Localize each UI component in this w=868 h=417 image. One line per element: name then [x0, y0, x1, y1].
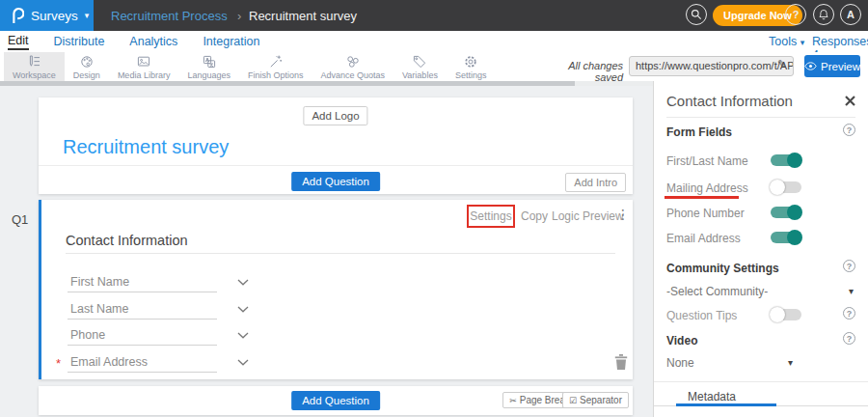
question-mark-icon: ? [793, 9, 800, 20]
help-icon[interactable]: ? [843, 332, 855, 345]
video-heading: Video [666, 334, 697, 348]
chevron-down-icon: ▾ [849, 286, 854, 296]
field-label: Last Name [70, 302, 128, 316]
survey-title[interactable]: Recruitment survey [63, 136, 229, 158]
chevron-down-icon: ▾ [788, 357, 793, 368]
search-button[interactable] [686, 4, 707, 25]
toolbar-item-advance-quotas[interactable]: Advance Quotas [312, 52, 393, 81]
question-card: Settings Copy Logic Preview ⋮ Contact In… [39, 200, 633, 379]
separator-icon: ☑ [569, 396, 577, 405]
chevron-down-icon[interactable] [237, 306, 249, 313]
help-icon[interactable]: ? [843, 260, 855, 272]
divider [66, 253, 615, 254]
toolbar-item-media-library[interactable]: Media Library [109, 52, 179, 81]
tools-menu[interactable]: Tools ▾ [769, 35, 804, 48]
toggle-first-last-name[interactable] [771, 154, 801, 166]
brand-label: Surveys [31, 9, 78, 23]
tab-integration[interactable]: Integration [203, 35, 259, 48]
tab-metadata[interactable]: Metadata [688, 390, 736, 403]
edit-url-icon[interactable]: ✎ [777, 58, 786, 70]
breadcrumb-current: Recruitment survey [249, 9, 357, 23]
trash-icon[interactable] [614, 354, 628, 370]
field-label: Email Address [70, 355, 148, 369]
question-menu-icon[interactable]: ⋮ [616, 207, 630, 222]
toolbar-item-finish-options[interactable]: Finish Options [239, 52, 312, 81]
add-question-button-top[interactable]: Add Question [291, 172, 380, 191]
toggle-phone-number[interactable] [771, 207, 801, 218]
toggle-label-mailing-address: Mailing Address [666, 181, 748, 195]
toolbar-items: Workspace Design Media Library Languages… [4, 52, 495, 81]
toggle-label-phone-number: Phone Number [666, 207, 745, 220]
add-logo-button[interactable]: Add Logo [303, 106, 367, 125]
help-button[interactable]: ? [785, 4, 806, 25]
toolbar-item-languages[interactable]: Languages [178, 52, 239, 81]
workspace-icon [26, 54, 41, 70]
toolbar-item-workspace[interactable]: Workspace [4, 52, 65, 81]
linked-rings-icon [345, 54, 361, 70]
chevron-down-icon[interactable] [237, 359, 249, 366]
field-underline [68, 372, 217, 373]
questionpro-logo-icon [10, 7, 24, 25]
toggle-knob [787, 230, 802, 245]
survey-header-card: Add Logo Recruitment survey Add Question… [39, 97, 633, 194]
notifications-button[interactable] [813, 4, 834, 25]
help-icon[interactable]: ? [843, 307, 855, 320]
breadcrumb-parent[interactable]: Recruitment Process [111, 9, 228, 23]
divider [39, 165, 633, 166]
question-tips-label: Question Tips [666, 309, 737, 322]
toggle-knob [787, 153, 802, 168]
question-number: Q1 [12, 212, 28, 227]
field-label: Phone [70, 328, 105, 342]
preview-button[interactable]: Preview [804, 55, 860, 77]
question-logic-link[interactable]: Logic [552, 209, 580, 223]
avatar-initial: A [847, 9, 854, 20]
question-title[interactable]: Contact Information [66, 233, 188, 248]
palette-icon [79, 54, 95, 70]
toolbar-item-settings[interactable]: Settings [447, 52, 496, 81]
chevron-down-icon: ▾ [800, 38, 805, 47]
bell-icon [817, 8, 830, 21]
translate-icon [202, 54, 217, 70]
field-underline [68, 319, 217, 320]
add-intro-button[interactable]: Add Intro [565, 173, 626, 192]
question-settings-link[interactable]: Settings [470, 209, 511, 223]
chevron-down-icon: ▾ [85, 11, 90, 20]
toolbar-item-variables[interactable]: Variables [393, 52, 447, 81]
mailing-address-annotation-underline [665, 196, 739, 199]
divider [666, 117, 855, 118]
avatar[interactable]: A [840, 4, 861, 25]
tab-distribute[interactable]: Distribute [54, 35, 105, 48]
add-question-button-bottom[interactable]: Add Question [291, 391, 380, 410]
close-icon[interactable] [845, 96, 855, 106]
toggle-email-address[interactable] [771, 232, 801, 243]
video-select[interactable]: None [666, 356, 694, 370]
main-tabs: Edit Distribute Analytics Integration [8, 31, 259, 52]
app-window: Surveys ▾ Recruitment Process › Recruitm… [0, 0, 868, 417]
horizontal-scrollbar-thumb[interactable] [0, 81, 575, 86]
chevron-down-icon[interactable] [237, 332, 249, 339]
magic-wand-icon [268, 54, 284, 70]
help-icon[interactable]: ? [843, 124, 855, 136]
toggle-question-tips[interactable] [771, 309, 801, 320]
toggle-mailing-address[interactable] [771, 181, 801, 193]
tag-icon [412, 54, 427, 70]
search-icon [690, 8, 703, 21]
community-select[interactable]: -Select Community- [666, 285, 768, 298]
tab-edit[interactable]: Edit [8, 34, 29, 50]
tab-analytics[interactable]: Analytics [129, 35, 177, 48]
eye-icon [804, 62, 817, 70]
survey-url-input[interactable]: https://www.questionpro.com/t/APNrFZ [629, 56, 794, 76]
page-break-icon: ✂ [509, 396, 517, 405]
field-label: First Name [70, 275, 129, 289]
toggle-label-email-address: Email Address [666, 232, 741, 245]
question-copy-link[interactable]: Copy [521, 209, 548, 223]
add-question-bar: Add Question ✂ Page Break ☑ Separator [39, 386, 633, 415]
toggle-knob [787, 205, 802, 220]
product-switcher[interactable]: Surveys ▾ [0, 0, 94, 31]
toolbar-item-design[interactable]: Design [65, 52, 109, 81]
toggle-knob [770, 307, 785, 322]
save-status: All changes saved [538, 60, 623, 83]
image-icon [136, 54, 151, 70]
chevron-down-icon[interactable] [237, 279, 249, 286]
separator-button[interactable]: ☑ Separator [562, 392, 629, 408]
